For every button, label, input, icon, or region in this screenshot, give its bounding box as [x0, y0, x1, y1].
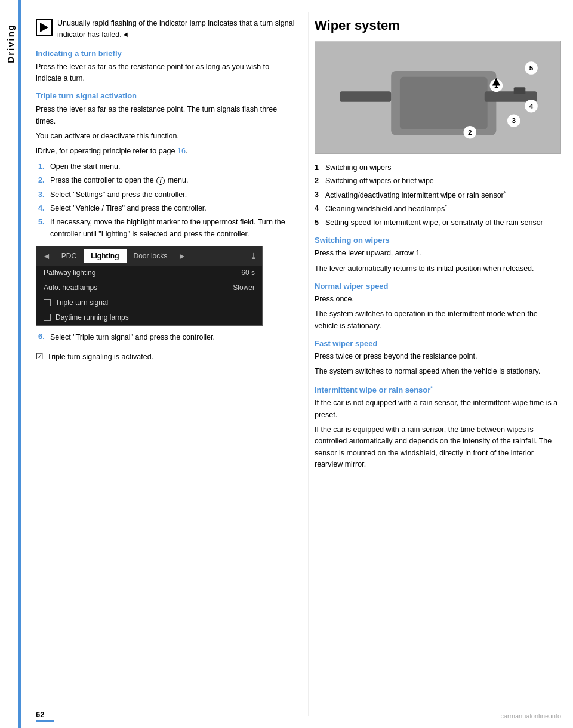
left-column: Unusually rapid flashing of the indicato… [21, 12, 308, 716]
daytime-label: Daytime running lamps [56, 313, 129, 322]
right-column: Wiper system 5 [308, 12, 573, 716]
page-number-underline [36, 720, 54, 722]
watermark: carmanualonline.info [500, 712, 561, 720]
normal-speed-heading: Normal wiper speed [315, 282, 561, 291]
idrive-row-headlamps: Auto. headlamps Slower [36, 280, 262, 295]
normal-speed-body2: The system switches to operation in the … [315, 309, 561, 332]
triple-turn-body2: You can activate or deactivate this func… [36, 131, 296, 142]
checkmark-line: ☑ Triple turn signaling is activated. [36, 351, 296, 366]
warning-icon [36, 19, 53, 36]
svg-rect-4 [514, 87, 526, 94]
step-1: 1. Open the start menu. [38, 161, 296, 172]
wiper-diagram-image: 5 3 1 4 2 [315, 41, 561, 154]
wiper-item-5: 5 Setting speed for intermittent wipe, o… [315, 217, 561, 229]
wiper-item-2-text: Switching off wipers or brief wipe [325, 175, 434, 187]
step6-result: Triple turn signaling is activated. [47, 351, 153, 363]
fast-speed-heading: Fast wiper speed [315, 339, 561, 348]
wiper-item-4-text: Cleaning windshield and headlamps* [325, 203, 447, 215]
step6-list: 6. Select "Triple turn signal" and press… [38, 332, 296, 347]
pathway-label: Pathway lighting [44, 269, 241, 277]
wiper-item-5-text: Setting speed for intermittent wipe, or … [325, 217, 543, 229]
svg-text:3: 3 [512, 116, 516, 124]
idrive-tab-pdc: PDC [54, 249, 84, 263]
switching-on-heading: Switching on wipers [315, 236, 561, 245]
wiper-items-list: 1 Switching on wipers 2 Switching off wi… [315, 162, 561, 229]
step-5: 5. If necessary, move the highlight mark… [38, 217, 296, 240]
step-3: 3. Select "Settings" and press the contr… [38, 189, 296, 200]
normal-speed-body1: Press once. [315, 294, 561, 305]
idrive-row-triple: Triple turn signal [36, 295, 262, 310]
wiper-title: Wiper system [315, 18, 561, 33]
fast-speed-body2: The system switches to normal speed when… [315, 366, 561, 377]
triple-turn-body3: iDrive, for operating principle refer to… [36, 146, 296, 157]
triple-checkbox [44, 299, 51, 306]
warning-box: Unusually rapid flashing of the indicato… [36, 18, 296, 41]
idrive-screenshot: ◄ PDC Lighting Door locks ► ⤓ Pathway li… [36, 246, 263, 326]
triple-turn-heading: Triple turn signal activation [36, 91, 296, 100]
idrive-icons: ⤓ [248, 250, 260, 262]
fast-speed-body1: Press twice or press beyond the resistan… [315, 351, 561, 362]
idrive-right-arrow: ► [174, 251, 190, 261]
wiper-item-3-text: Activating/deactivating intermittent wip… [325, 189, 506, 202]
page-number-block: 62 [36, 710, 54, 722]
triangle-arrow-icon [40, 23, 48, 32]
triple-turn-body1: Press the lever as far as the resistance… [36, 104, 296, 127]
headlamps-value: Slower [233, 283, 255, 292]
i-menu-icon: i [156, 177, 165, 185]
idrive-left-arrow: ◄ [39, 251, 54, 261]
main-content: Unusually rapid flashing of the indicato… [21, 0, 573, 728]
idrive-tab-lighting: Lighting [84, 249, 126, 263]
wiper-item-3: 3 Activating/deactivating intermittent w… [315, 189, 561, 202]
footer: 62 carmanualonline.info [21, 710, 573, 722]
step-6: 6. Select "Triple turn signal" and press… [38, 332, 296, 347]
svg-rect-5 [340, 91, 391, 102]
idrive-body: Pathway lighting 60 s Auto. headlamps Sl… [36, 266, 262, 325]
blue-sidebar-bar [18, 0, 21, 728]
svg-text:4: 4 [529, 102, 534, 110]
wiper-item-1: 1 Switching on wipers [315, 162, 561, 174]
idrive-row-daytime: Daytime running lamps [36, 310, 262, 325]
step-2: 2. Press the controller to open the i me… [38, 175, 296, 186]
daytime-checkbox [44, 314, 51, 321]
warning-text: Unusually rapid flashing of the indicato… [57, 18, 296, 41]
wiper-item-1-text: Switching on wipers [325, 162, 391, 174]
svg-text:5: 5 [529, 64, 534, 72]
idrive-row-pathway: Pathway lighting 60 s [36, 266, 262, 280]
idrive-icon-down: ⤓ [248, 250, 260, 262]
wiper-item-4: 4 Cleaning windshield and headlamps* [315, 203, 561, 215]
triple-label: Triple turn signal [56, 298, 108, 307]
pathway-value: 60 s [241, 269, 255, 277]
switching-on-body1: Press the lever upward, arrow 1. [315, 248, 561, 259]
indicating-turn-body: Press the lever as far as the resistance… [36, 61, 296, 85]
idrive-tab-doorlocks: Door locks [127, 249, 175, 263]
step6-area: 6. Select "Triple turn signal" and press… [36, 332, 296, 367]
intermittent-body1: If the car is not equipped with a rain s… [315, 397, 561, 421]
idrive-header: ◄ PDC Lighting Door locks ► ⤓ [36, 246, 262, 266]
indicating-turn-heading: Indicating a turn briefly [36, 49, 296, 58]
intermittent-body2: If the car is equipped with a rain senso… [315, 424, 561, 471]
sidebar-label: Driving [5, 24, 16, 63]
page-number: 62 [36, 710, 44, 719]
svg-rect-2 [400, 77, 488, 129]
svg-text:2: 2 [468, 128, 472, 136]
steps-list: 1. Open the start menu. 2. Press the con… [38, 161, 296, 240]
intermittent-heading: Intermittent wipe or rain sensor* [315, 385, 561, 394]
checkmark-icon: ☑ [36, 351, 44, 361]
wiper-svg: 5 3 1 4 2 [315, 41, 560, 153]
headlamps-label: Auto. headlamps [44, 283, 233, 292]
wiper-item-2: 2 Switching off wipers or brief wipe [315, 175, 561, 187]
switching-on-body2: The lever automatically returns to its i… [315, 263, 561, 274]
step-4: 4. Select "Vehicle / Tires" and press th… [38, 203, 296, 214]
